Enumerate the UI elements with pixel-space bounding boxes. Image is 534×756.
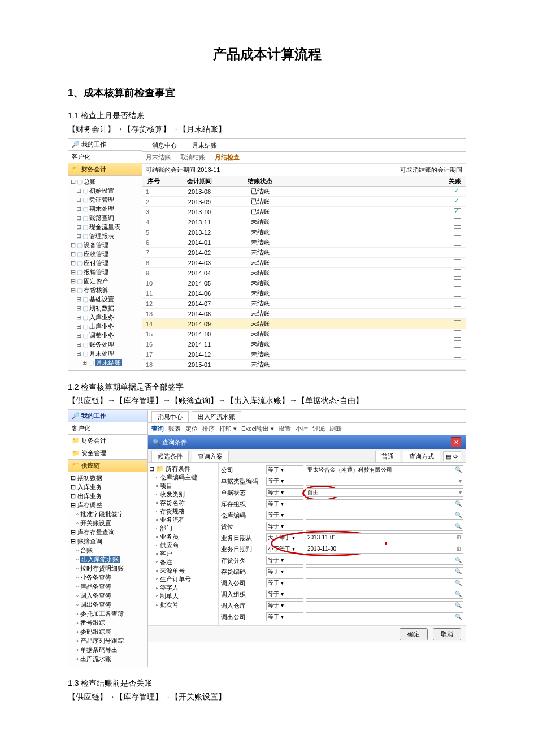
operator-select[interactable]: 等于 ▾ [266, 488, 303, 497]
tab-message-center[interactable]: 消息中心 [146, 140, 183, 151]
tree-node[interactable]: ◦ 库品备查簿 [71, 582, 147, 591]
cond-node[interactable]: ▫ 业务流程 [149, 516, 217, 524]
value-input[interactable]: 🔍 [306, 522, 463, 531]
table-row[interactable]: 172014-12未结账 [142, 349, 466, 360]
lookup-icon[interactable]: 🔍 [455, 466, 462, 474]
tree-node[interactable]: ⊞▢凭证管理 [71, 195, 142, 204]
operator-select[interactable]: 等于 ▾ [266, 612, 303, 621]
cond-node[interactable]: ▫ 项目 [149, 482, 217, 490]
tab-query-plan[interactable]: 查询方案 [192, 451, 229, 462]
cond-node[interactable]: ▫ 生产订单号 [149, 575, 217, 584]
tree-node[interactable]: ◦ 开关账设置 [71, 519, 147, 528]
close-checkbox[interactable] [454, 361, 461, 368]
cond-node[interactable]: ▫ 来源单号 [149, 567, 217, 575]
tree-node[interactable]: ⊞▢月末处理 [71, 349, 142, 358]
operator-select[interactable]: 等于 ▾ [266, 578, 303, 587]
value-input[interactable]: 2013-11-30🗓 [306, 545, 463, 554]
close-checkbox[interactable] [454, 249, 461, 256]
tree-node[interactable]: ⊞▢账簿查询 [71, 213, 142, 222]
panel-supply-chain[interactable]: 📁 供应链 [68, 460, 147, 472]
tree-node[interactable]: ⊟▢总账 [71, 177, 142, 186]
operator-select[interactable]: 大于等于 ▾ [266, 533, 303, 542]
tree-node[interactable]: ⊞▢基础设置 [71, 295, 142, 304]
tree-node[interactable]: ⊞ 库存调整 [71, 500, 147, 509]
tree-node[interactable]: ⊞▢调整业务 [71, 331, 142, 340]
panel-customize[interactable]: 客户化 [68, 151, 142, 163]
cond-node[interactable]: ▫ 业务员 [149, 533, 217, 541]
cond-node[interactable]: ▫ 供应商 [149, 541, 217, 550]
close-checkbox[interactable] [454, 218, 461, 226]
close-checkbox[interactable] [454, 208, 461, 215]
tab-stock-flow[interactable]: 出入库流水账 [192, 411, 241, 422]
cond-node[interactable]: ▫ 仓库编码主键 [149, 473, 217, 482]
cancel-button[interactable]: 取消 [433, 628, 461, 640]
tree-node[interactable]: ⊟▢报销管理 [71, 267, 142, 277]
table-row[interactable]: 52013-12未结账 [142, 227, 466, 237]
table-row[interactable]: 102014-05未结账 [142, 278, 466, 288]
tree-node[interactable]: ◦ 业务备查簿 [71, 573, 147, 582]
operator-select[interactable]: 等于 ▾ [266, 556, 303, 565]
operator-select[interactable]: 等于 ▾ [266, 590, 303, 599]
tab-message-center-2[interactable]: 消息中心 [151, 411, 189, 422]
operator-select[interactable]: 等于 ▾ [266, 511, 303, 520]
operator-select[interactable]: 等于 ▾ [266, 465, 303, 474]
tab-month-end[interactable]: 月末结账 [186, 140, 223, 151]
tree-node[interactable]: ◦ 单据条码导出 [71, 645, 147, 654]
lookup-icon[interactable]: 🔍 [455, 556, 462, 564]
value-input[interactable]: 亚太轻合金（南通）科技有限公司🔍 [306, 465, 463, 474]
panel-financial-accounting[interactable]: 📁 财务会计 [68, 163, 142, 176]
toolbar-btn[interactable]: 账表 [168, 425, 181, 432]
tree-node[interactable]: ⊞▢月末结账 [71, 358, 142, 367]
toolbar-btn[interactable]: Excel输出 ▾ [241, 425, 274, 432]
value-input[interactable]: 2013-11-01🗓 [306, 533, 463, 542]
cond-node[interactable]: ▫ 存货规格 [149, 507, 217, 516]
table-row[interactable]: 32013-10已结账 [142, 207, 466, 217]
tree-node[interactable]: ◦ 调入备查簿 [71, 591, 147, 600]
operator-select[interactable]: 等于 ▾ [266, 567, 303, 576]
cond-node[interactable]: ▫ 签字人 [149, 584, 217, 592]
value-input[interactable]: 🔍 [306, 499, 463, 508]
value-input[interactable]: ▾ [306, 477, 463, 486]
lookup-icon[interactable]: ▾ [459, 477, 462, 485]
tree-node[interactable]: ⊞▢期初数据 [71, 304, 142, 313]
panel-fund[interactable]: 📁 资金管理 [68, 447, 147, 460]
subtab-close[interactable]: 月末结账 [146, 154, 171, 161]
panel-my-work[interactable]: 🔎 我的工作 [68, 139, 142, 151]
lookup-icon[interactable]: 🔍 [455, 613, 462, 621]
value-input[interactable]: 🔍 [306, 590, 463, 599]
filter-icon[interactable]: ▤ ⟳ [443, 451, 461, 461]
toolbar-btn[interactable]: 打印 ▾ [219, 425, 237, 432]
operator-select[interactable]: 等于 ▾ [266, 601, 303, 610]
lookup-icon[interactable]: ▾ [459, 489, 462, 496]
tree-node[interactable]: ◦ 台账 [71, 546, 147, 555]
tree-node[interactable]: ◦ 出库流水账 [71, 654, 147, 663]
cond-node[interactable]: ▫ 收发类别 [149, 490, 217, 499]
operator-select[interactable]: 等于 ▾ [266, 499, 303, 508]
tree-node[interactable]: ◦ 批准字段批签字 [71, 509, 147, 519]
table-row[interactable]: 132014-08未结账 [142, 309, 466, 319]
tree-node[interactable]: ⊞ 入库业务 [71, 482, 147, 491]
cond-node[interactable]: ▫ 部门 [149, 524, 217, 533]
table-row[interactable]: 72014-02未结账 [142, 248, 466, 258]
lookup-icon[interactable]: 🔍 [455, 511, 462, 519]
tree-node[interactable]: ◦ 按时存货明细账 [71, 564, 147, 573]
table-row[interactable]: 182015-01未结账 [142, 360, 466, 370]
tree-node[interactable]: ⊟▢设备管理 [71, 240, 142, 249]
tree-node[interactable]: ⊞▢初始设置 [71, 186, 142, 195]
close-icon[interactable]: ✕ [451, 437, 461, 447]
tree-node[interactable]: ⊞ 账簿查询 [71, 537, 147, 546]
tab-query-mode[interactable]: 查询方式 [403, 451, 440, 462]
value-input[interactable]: 🔍 [306, 556, 463, 565]
toolbar-btn[interactable]: 过滤 [312, 425, 325, 432]
tree-node[interactable]: ⊞▢现金流量表 [71, 222, 142, 231]
tree-node[interactable]: ⊞▢账务处理 [71, 340, 142, 349]
table-row[interactable]: 12013-08已结账 [142, 187, 466, 197]
subtab-cancel-close[interactable]: 取消结账 [180, 154, 205, 161]
table-row[interactable]: 92014-04未结账 [142, 268, 466, 278]
close-checkbox[interactable] [454, 340, 461, 348]
table-row[interactable]: 152014-10未结账 [142, 329, 466, 339]
lookup-icon[interactable]: 🔍 [455, 579, 462, 587]
operator-select[interactable]: 小于等于 ▾ [266, 545, 303, 554]
tree-node[interactable]: ⊞▢出库业务 [71, 322, 142, 331]
close-checkbox[interactable] [454, 351, 461, 358]
